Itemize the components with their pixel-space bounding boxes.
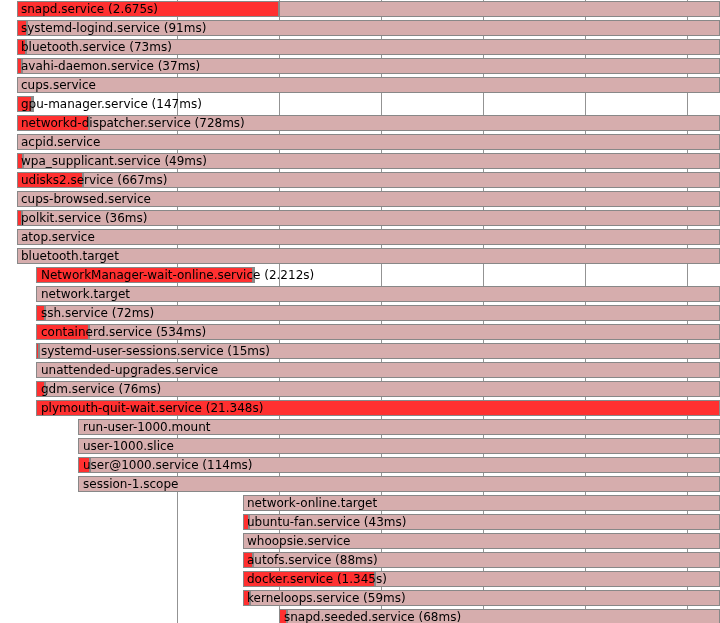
active-bar (17, 77, 720, 93)
unit-label: udisks2.service (667ms) (20, 172, 168, 188)
timeline-row: cups.service (0, 76, 720, 94)
unit-label: cups-browsed.service (20, 191, 152, 207)
unit-label: gpu-manager.service (147ms) (20, 96, 203, 112)
active-bar (279, 1, 720, 17)
unit-label: user@1000.service (114ms) (82, 457, 254, 473)
unit-label: acpid.service (20, 134, 101, 150)
active-bar (17, 229, 720, 245)
timeline-row: network.target (0, 285, 720, 303)
timeline-row: networkd-dispatcher.service (728ms) (0, 114, 720, 132)
unit-label: snapd.service (2.675s) (20, 1, 159, 17)
timeline-row: network-online.target (0, 494, 720, 512)
unit-label: plymouth-quit-wait.service (21.348s) (40, 400, 264, 416)
timeline-row: run-user-1000.mount (0, 418, 720, 436)
unit-label: snapd.seeded.service (68ms) (283, 609, 462, 623)
unit-label: avahi-daemon.service (37ms) (20, 58, 201, 74)
unit-label: systemd-user-sessions.service (15ms) (40, 343, 271, 359)
timeline-row: snapd.seeded.service (68ms) (0, 608, 720, 623)
active-bar (36, 286, 720, 302)
timeline-row: autofs.service (88ms) (0, 551, 720, 569)
unit-label: ubuntu-fan.service (43ms) (246, 514, 407, 530)
timeline-row: bluetooth.service (73ms) (0, 38, 720, 56)
unit-label: user-1000.slice (82, 438, 175, 454)
unit-label: ssh.service (72ms) (40, 305, 155, 321)
timeline-row: ssh.service (72ms) (0, 304, 720, 322)
unit-label: session-1.scope (82, 476, 179, 492)
unit-label: bluetooth.target (20, 248, 120, 264)
unit-label: network.target (40, 286, 131, 302)
unit-label: polkit.service (36ms) (20, 210, 148, 226)
unit-label: bluetooth.service (73ms) (20, 39, 173, 55)
timeline-row: snapd.service (2.675s) (0, 0, 720, 18)
timeline-row: containerd.service (534ms) (0, 323, 720, 341)
timeline-row: NetworkManager-wait-online.service (2.21… (0, 266, 720, 284)
unit-label: wpa_supplicant.service (49ms) (20, 153, 208, 169)
unit-label: gdm.service (76ms) (40, 381, 162, 397)
timeline-row: unattended-upgrades.service (0, 361, 720, 379)
timeline-row: systemd-user-sessions.service (15ms) (0, 342, 720, 360)
unit-label: whoopsie.service (246, 533, 352, 549)
active-bar (17, 248, 720, 264)
timeline-row: whoopsie.service (0, 532, 720, 550)
active-bar (375, 571, 720, 587)
timeline-row: systemd-logind.service (91ms) (0, 19, 720, 37)
unit-label: run-user-1000.mount (82, 419, 212, 435)
timeline-row: bluetooth.target (0, 247, 720, 265)
unit-label: containerd.service (534ms) (40, 324, 207, 340)
timeline-row: user-1000.slice (0, 437, 720, 455)
unit-label: systemd-logind.service (91ms) (20, 20, 207, 36)
timeline-row: gpu-manager.service (147ms) (0, 95, 720, 113)
unit-label: docker.service (1.345s) (246, 571, 388, 587)
unit-label: networkd-dispatcher.service (728ms) (20, 115, 246, 131)
unit-label: kerneloops.service (59ms) (246, 590, 407, 606)
timeline-row: atop.service (0, 228, 720, 246)
timeline-row: udisks2.service (667ms) (0, 171, 720, 189)
timeline-row: gdm.service (76ms) (0, 380, 720, 398)
unit-label: cups.service (20, 77, 97, 93)
timeline-row: plymouth-quit-wait.service (21.348s) (0, 399, 720, 417)
timeline-row: user@1000.service (114ms) (0, 456, 720, 474)
unit-label: autofs.service (88ms) (246, 552, 379, 568)
timeline-row: kerneloops.service (59ms) (0, 589, 720, 607)
timeline-row: polkit.service (36ms) (0, 209, 720, 227)
timeline-row: session-1.scope (0, 475, 720, 493)
unit-label: network-online.target (246, 495, 378, 511)
timeline-row: acpid.service (0, 133, 720, 151)
boot-timeline-chart: snapd.service (2.675s)systemd-logind.ser… (0, 0, 720, 623)
timeline-row: ubuntu-fan.service (43ms) (0, 513, 720, 531)
unit-label: NetworkManager-wait-online.service (2.21… (40, 267, 315, 283)
active-bar (83, 172, 720, 188)
timeline-row: avahi-daemon.service (37ms) (0, 57, 720, 75)
unit-label: unattended-upgrades.service (40, 362, 219, 378)
timeline-row: docker.service (1.345s) (0, 570, 720, 588)
active-bar (17, 134, 720, 150)
timeline-row: wpa_supplicant.service (49ms) (0, 152, 720, 170)
unit-label: atop.service (20, 229, 96, 245)
timeline-row: cups-browsed.service (0, 190, 720, 208)
